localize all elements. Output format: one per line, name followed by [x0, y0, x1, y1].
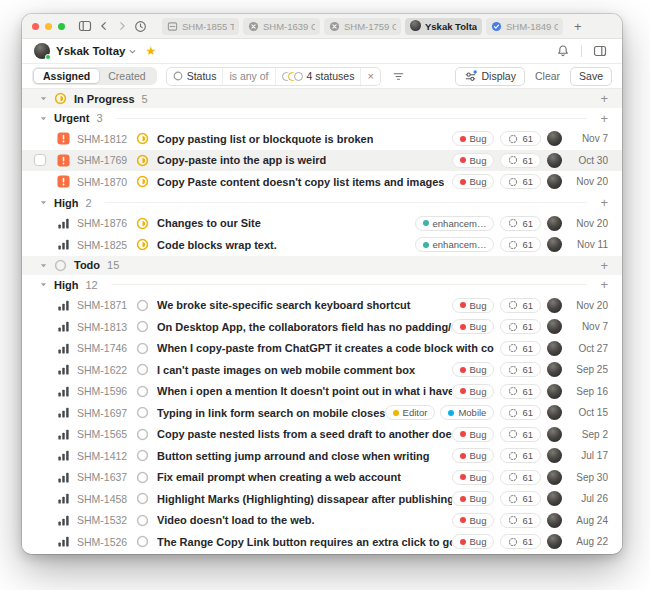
status-todo-icon[interactable]: [136, 363, 149, 376]
label-pill[interactable]: Bug: [452, 384, 495, 399]
status-in-progress-icon[interactable]: [136, 175, 149, 188]
tab-2[interactable]: SHM-1639 Copy Pa: [243, 18, 320, 35]
add-issue-button[interactable]: +: [600, 278, 608, 291]
assignee-avatar[interactable]: [547, 341, 562, 356]
add-filter-icon[interactable]: [392, 70, 405, 83]
label-pill[interactable]: Bug: [452, 298, 495, 313]
status-todo-icon[interactable]: [136, 471, 149, 484]
issue-row[interactable]: SHM-1532 Video doesn't load to the web. …: [22, 510, 622, 532]
status-todo-icon[interactable]: [136, 492, 149, 505]
notifications-bell-icon[interactable]: [556, 44, 570, 58]
status-todo-icon[interactable]: [136, 385, 149, 398]
add-issue-button[interactable]: +: [600, 112, 608, 125]
status-group-header[interactable]: In Progress 5 +: [22, 89, 622, 108]
zoom-window-button[interactable]: [58, 23, 65, 30]
save-button[interactable]: Save: [570, 67, 612, 86]
cycle-pill[interactable]: 61: [500, 237, 541, 252]
status-group-header[interactable]: Todo 15 +: [22, 256, 622, 275]
assignee-avatar[interactable]: [547, 427, 562, 442]
cycle-pill[interactable]: 61: [500, 513, 541, 528]
toggle-right-panel-icon[interactable]: [593, 44, 607, 58]
status-todo-icon[interactable]: [136, 320, 149, 333]
status-todo-icon[interactable]: [136, 342, 149, 355]
assignee-avatar[interactable]: [547, 384, 562, 399]
label-pill[interactable]: Editor: [385, 405, 436, 420]
assignee-avatar[interactable]: [547, 513, 562, 528]
cycle-pill[interactable]: 61: [500, 298, 541, 313]
status-todo-icon[interactable]: [136, 535, 149, 548]
disclosure-triangle-icon[interactable]: [40, 95, 47, 102]
issue-row[interactable]: SHM-1813 On Desktop App, the collaborato…: [22, 316, 622, 338]
assignee-avatar[interactable]: [547, 131, 562, 146]
issue-row[interactable]: SHM-1526 The Range Copy Link button requ…: [22, 531, 622, 553]
segment-assigned[interactable]: Assigned: [34, 69, 99, 83]
cycle-pill[interactable]: 61: [500, 362, 541, 377]
priority-group-header[interactable]: Urgent 3 +: [22, 108, 622, 128]
assignee-avatar[interactable]: [547, 470, 562, 485]
favorite-star-icon[interactable]: ★: [145, 45, 156, 57]
assignee-avatar[interactable]: [547, 362, 562, 377]
cycle-pill[interactable]: 61: [500, 448, 541, 463]
issue-row[interactable]: SHM-1871 We broke site-specific search k…: [22, 295, 622, 317]
label-pill[interactable]: Bug: [452, 513, 495, 528]
assignee-avatar[interactable]: [547, 298, 562, 313]
status-todo-icon[interactable]: [136, 428, 149, 441]
forward-icon[interactable]: [116, 20, 128, 32]
status-in-progress-icon[interactable]: [136, 154, 149, 167]
issue-row[interactable]: SHM-1565 Copy paste nested lists from a …: [22, 424, 622, 446]
assignee-avatar[interactable]: [547, 448, 562, 463]
cycle-pill[interactable]: 61: [500, 319, 541, 334]
label-pill[interactable]: Bug: [452, 362, 495, 377]
view-title[interactable]: Yskak Toltay: [56, 45, 125, 57]
status-todo-icon[interactable]: [136, 299, 149, 312]
cycle-pill[interactable]: 61: [500, 427, 541, 442]
add-issue-button[interactable]: +: [600, 92, 608, 105]
disclosure-triangle-icon[interactable]: [40, 199, 47, 206]
cycle-pill[interactable]: 61: [500, 534, 541, 549]
assignee-avatar[interactable]: [547, 405, 562, 420]
label-pill[interactable]: Bug: [452, 174, 495, 189]
tab-3[interactable]: SHM-1759 Copy-pa: [324, 18, 401, 35]
history-icon[interactable]: [134, 20, 147, 33]
label-pill[interactable]: Mobile: [440, 405, 494, 420]
label-pill[interactable]: Bug: [452, 470, 495, 485]
issue-row[interactable]: SHM-1637 Fix email prompt when creating …: [22, 467, 622, 489]
assignee-avatar[interactable]: [547, 534, 562, 549]
status-todo-icon[interactable]: [136, 449, 149, 462]
disclosure-triangle-icon[interactable]: [40, 281, 47, 288]
disclosure-triangle-icon[interactable]: [40, 115, 47, 122]
issue-row[interactable]: SHM-1412 Button setting jump arround and…: [22, 445, 622, 467]
assignee-avatar[interactable]: [547, 319, 562, 334]
issue-row[interactable]: SHM-1870 Copy Paste content doesn't copy…: [22, 171, 622, 193]
filter-operator[interactable]: is any of: [222, 68, 274, 85]
label-pill[interactable]: Bug: [452, 131, 495, 146]
assignee-avatar[interactable]: [547, 153, 562, 168]
status-todo-icon[interactable]: [136, 514, 149, 527]
remove-filter-button[interactable]: ×: [360, 68, 379, 85]
back-icon[interactable]: [98, 20, 110, 32]
issue-row[interactable]: SHM-1825 Code blocks wrap text. enhancem…: [22, 234, 622, 256]
label-pill[interactable]: enhancem…: [415, 237, 495, 252]
priority-group-header[interactable]: High 2 +: [22, 193, 622, 213]
assignee-avatar[interactable]: [547, 491, 562, 506]
filter-field[interactable]: Status: [167, 68, 223, 85]
status-in-progress-icon[interactable]: [136, 132, 149, 145]
display-button[interactable]: Display: [455, 67, 525, 86]
chevron-down-icon[interactable]: [128, 47, 137, 56]
new-tab-button[interactable]: +: [571, 20, 585, 33]
label-pill[interactable]: Bug: [452, 491, 495, 506]
cycle-pill[interactable]: 61: [500, 405, 541, 420]
status-in-progress-icon[interactable]: [136, 238, 149, 251]
minimize-window-button[interactable]: [45, 23, 52, 30]
label-pill[interactable]: enhancem…: [415, 216, 495, 231]
cycle-pill[interactable]: 61: [500, 491, 541, 506]
add-issue-button[interactable]: +: [600, 196, 608, 209]
label-pill[interactable]: Bug: [452, 319, 495, 334]
issue-row[interactable]: SHM-1812 Copy pasting list or blockquote…: [22, 128, 622, 150]
issue-row[interactable]: SHM-1746 When I copy-paste from ChatGPT …: [22, 338, 622, 360]
cycle-pill[interactable]: 61: [500, 470, 541, 485]
add-issue-button[interactable]: +: [600, 259, 608, 272]
disclosure-triangle-icon[interactable]: [40, 262, 47, 269]
cycle-pill[interactable]: 61: [500, 384, 541, 399]
label-pill[interactable]: Bug: [452, 427, 495, 442]
